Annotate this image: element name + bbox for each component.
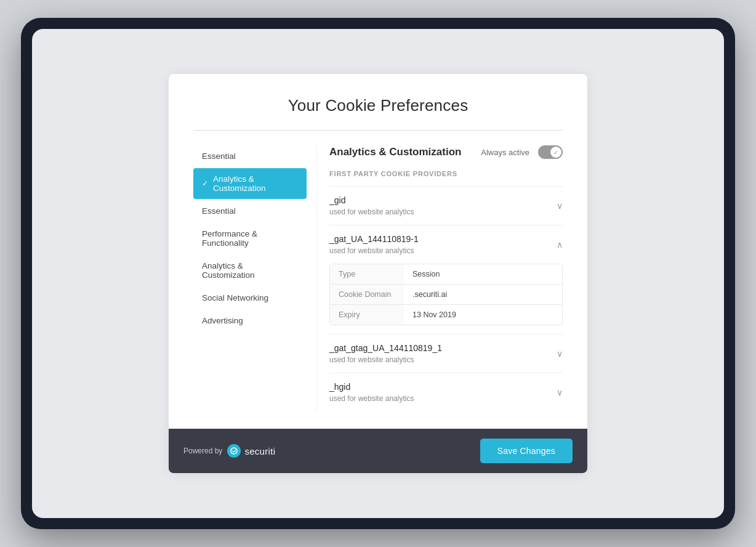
check-icon: ✓: [202, 179, 208, 188]
cookie-item-gat-ua: _gat_UA_144110819-1 used for website ana…: [329, 225, 563, 334]
sidebar-item-analytics-2[interactable]: Analytics & Customization: [193, 255, 307, 286]
sidebar-item-essential[interactable]: Essential: [193, 200, 307, 222]
sidebar: Essential ✓ Analytics & Customization Es…: [193, 145, 316, 411]
sidebar-item-essential-top[interactable]: Essential: [193, 145, 307, 167]
section-label: FIRST PARTY COOKIE PROVIDERS: [329, 170, 563, 177]
chevron-down-icon-gat-gtag: ∨: [557, 349, 563, 359]
chevron-up-icon-gat-ua: ∧: [557, 240, 563, 249]
panel-header: Analytics & Customization Always active …: [329, 145, 563, 159]
cookie-details-gat-ua: Type Session Cookie Domain .securiti.ai …: [329, 264, 563, 325]
cookie-header-gat-ua[interactable]: _gat_UA_144110819-1 used for website ana…: [329, 234, 563, 255]
sidebar-item-analytics-active[interactable]: ✓ Analytics & Customization: [193, 168, 307, 199]
cookie-item-gat-gtag: _gat_gtag_UA_144110819_1 used for websit…: [329, 334, 563, 373]
cookie-name-hgid: _hgid: [329, 382, 414, 392]
detail-row-type: Type Session: [330, 264, 562, 285]
detail-label-type: Type: [330, 264, 404, 284]
sidebar-item-social[interactable]: Social Networking: [193, 287, 307, 309]
modal-container: Your Cookie Preferences Essential ✓ Anal…: [169, 74, 587, 473]
divider: [193, 130, 563, 131]
cookie-name-gat-ua: _gat_UA_144110819-1: [329, 234, 419, 244]
cookie-desc-hgid: used for website analytics: [329, 394, 414, 403]
cookie-header-gat-gtag[interactable]: _gat_gtag_UA_144110819_1 used for websit…: [329, 343, 563, 364]
device-screen: Your Cookie Preferences Essential ✓ Anal…: [32, 29, 724, 518]
cookie-header-hgid[interactable]: _hgid used for website analytics ∨: [329, 382, 563, 403]
save-changes-button[interactable]: Save Changes: [480, 439, 573, 463]
device-frame: Your Cookie Preferences Essential ✓ Anal…: [21, 18, 735, 529]
cookie-name-gat-gtag: _gat_gtag_UA_144110819_1: [329, 343, 442, 353]
page-title: Your Cookie Preferences: [193, 96, 563, 115]
securiti-logo: securiti: [227, 444, 275, 458]
cookie-desc-gat-gtag: used for website analytics: [329, 355, 442, 364]
powered-by-label: Powered by: [183, 447, 222, 455]
detail-value-domain: .securiti.ai: [404, 285, 456, 304]
cookie-item-gid: _gid used for website analytics ∨: [329, 186, 563, 225]
detail-label-expiry: Expiry: [330, 305, 404, 325]
sidebar-item-performance[interactable]: Performance & Functionality: [193, 223, 307, 254]
securiti-icon: [227, 444, 241, 458]
modal-footer: Powered by securiti Save Changes: [169, 429, 587, 473]
detail-label-domain: Cookie Domain: [330, 285, 404, 304]
toggle-knob: ✓: [550, 147, 561, 158]
detail-value-type: Session: [404, 264, 448, 284]
sidebar-item-advertising[interactable]: Advertising: [193, 310, 307, 331]
always-active-label: Always active: [481, 148, 529, 157]
cookie-desc-gid: used for website analytics: [329, 208, 414, 216]
powered-by: Powered by securiti: [183, 444, 275, 458]
brand-name: securiti: [244, 446, 275, 456]
chevron-down-icon-hgid: ∨: [557, 387, 563, 397]
chevron-down-icon-gid: ∨: [557, 201, 563, 211]
detail-value-expiry: 13 Nov 2019: [404, 305, 465, 325]
toggle-wrapper: Always active ✓: [481, 145, 563, 159]
svg-point-0: [231, 448, 237, 454]
main-panel: Analytics & Customization Always active …: [316, 145, 563, 411]
toggle-check-icon: ✓: [553, 149, 558, 156]
cookie-header-gid[interactable]: _gid used for website analytics ∨: [329, 195, 563, 216]
panel-title: Analytics & Customization: [329, 146, 461, 158]
detail-row-expiry: Expiry 13 Nov 2019: [330, 305, 562, 325]
cookie-name-gid: _gid: [329, 195, 414, 205]
cookie-desc-gat-ua: used for website analytics: [329, 246, 419, 255]
content-area: Essential ✓ Analytics & Customization Es…: [193, 145, 563, 411]
detail-row-domain: Cookie Domain .securiti.ai: [330, 285, 562, 305]
modal-body: Your Cookie Preferences Essential ✓ Anal…: [169, 74, 587, 429]
cookie-item-hgid: _hgid used for website analytics ∨: [329, 373, 563, 411]
always-active-toggle[interactable]: ✓: [538, 145, 563, 159]
